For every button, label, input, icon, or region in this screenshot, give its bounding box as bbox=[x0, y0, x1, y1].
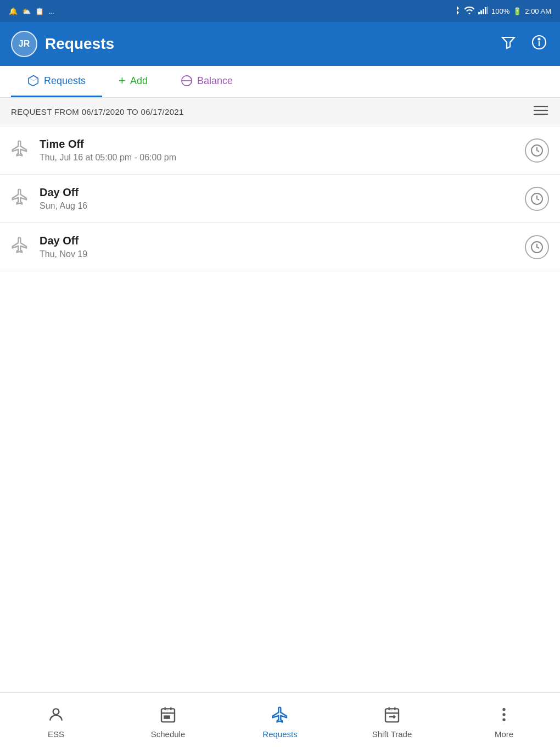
airplane-icon bbox=[11, 236, 29, 258]
filter-button[interactable] bbox=[499, 32, 518, 56]
request-content: Time Off Thu, Jul 16 at 05:00 pm - 06:00… bbox=[40, 138, 525, 163]
page-title: Requests bbox=[45, 35, 114, 53]
request-detail: Thu, Jul 16 at 05:00 pm - 06:00 pm bbox=[40, 153, 525, 163]
tab-balance-label: Balance bbox=[197, 75, 233, 87]
avatar[interactable]: JR bbox=[11, 31, 37, 57]
svg-point-28 bbox=[502, 713, 505, 716]
svg-rect-4 bbox=[487, 7, 488, 14]
battery-icon: 🔋 bbox=[513, 7, 522, 15]
weather-icon: ⛅ bbox=[22, 7, 31, 15]
status-left: 🔔 ⛅ 📋 ... bbox=[9, 7, 54, 15]
header-actions bbox=[499, 32, 549, 56]
svg-rect-17 bbox=[161, 709, 175, 722]
tab-requests[interactable]: Requests bbox=[11, 66, 102, 97]
time-display: 2:00 AM bbox=[525, 7, 551, 15]
svg-rect-1 bbox=[480, 10, 482, 14]
status-right: 100% 🔋 2:00 AM bbox=[453, 5, 551, 17]
filter-row: REQUEST FROM 06/17/2020 TO 06/17/2021 bbox=[0, 98, 560, 126]
request-detail: Thu, Nov 19 bbox=[40, 249, 525, 259]
airplane-icon bbox=[11, 188, 29, 209]
svg-point-29 bbox=[502, 718, 505, 721]
nav-item-ess[interactable]: ESS bbox=[0, 693, 112, 747]
request-content: Day Off Thu, Nov 19 bbox=[40, 235, 525, 259]
nav-shift-trade-label: Shift Trade bbox=[372, 729, 412, 739]
battery-label: 100% bbox=[491, 7, 509, 15]
airplane-icon bbox=[11, 140, 29, 161]
shift-calendar-icon bbox=[383, 706, 401, 726]
svg-point-8 bbox=[539, 38, 540, 40]
nav-item-schedule[interactable]: Schedule bbox=[112, 693, 224, 747]
wifi-icon bbox=[464, 7, 475, 16]
nav-requests-label: Requests bbox=[262, 729, 297, 739]
app-header: JR Requests bbox=[0, 22, 560, 66]
svg-rect-23 bbox=[385, 709, 399, 722]
request-status-icon bbox=[525, 235, 549, 259]
dots-icon bbox=[495, 706, 513, 726]
tab-balance[interactable]: Balance bbox=[164, 66, 249, 97]
calendar-icon bbox=[159, 706, 177, 726]
request-content: Day Off Sun, Aug 16 bbox=[40, 186, 525, 211]
request-status-icon bbox=[525, 187, 549, 211]
nav-item-requests[interactable]: Requests bbox=[224, 693, 336, 747]
clipboard-icon: 📋 bbox=[35, 7, 44, 15]
filter-date-range: REQUEST FROM 06/17/2020 TO 06/17/2021 bbox=[11, 107, 184, 116]
tab-add[interactable]: + Add bbox=[102, 66, 164, 97]
list-item[interactable]: Time Off Thu, Jul 16 at 05:00 pm - 06:00… bbox=[0, 126, 560, 175]
request-status-icon bbox=[525, 138, 549, 163]
signal-icon bbox=[478, 7, 488, 16]
nav-schedule-label: Schedule bbox=[151, 729, 186, 739]
request-type: Day Off bbox=[40, 235, 525, 247]
svg-rect-22 bbox=[167, 716, 170, 718]
header-left: JR Requests bbox=[11, 31, 114, 57]
tab-bar: Requests + Add Balance bbox=[0, 66, 560, 98]
filter-menu-button[interactable] bbox=[533, 104, 549, 120]
status-bar: 🔔 ⛅ 📋 ... 100% 🔋 2:00 AM bbox=[0, 0, 560, 22]
list-item[interactable]: Day Off Thu, Nov 19 bbox=[0, 223, 560, 271]
nav-item-shift-trade[interactable]: Shift Trade bbox=[336, 693, 448, 747]
svg-rect-21 bbox=[164, 716, 166, 718]
svg-rect-2 bbox=[483, 9, 484, 14]
svg-rect-0 bbox=[478, 12, 480, 14]
info-button[interactable] bbox=[529, 32, 549, 56]
overflow-icon: ... bbox=[48, 7, 54, 15]
request-type: Time Off bbox=[40, 138, 525, 150]
svg-point-27 bbox=[502, 708, 505, 711]
tab-requests-label: Requests bbox=[44, 75, 86, 87]
svg-marker-5 bbox=[502, 37, 514, 48]
person-icon bbox=[47, 706, 65, 726]
bottom-nav: ESS Schedule Requests bbox=[0, 692, 560, 747]
request-type: Day Off bbox=[40, 186, 525, 199]
bluetooth-icon bbox=[453, 5, 461, 17]
nav-ess-label: ESS bbox=[48, 729, 64, 739]
tab-add-label: Add bbox=[130, 75, 148, 87]
svg-rect-3 bbox=[485, 7, 486, 14]
notification-icon: 🔔 bbox=[9, 7, 18, 15]
request-list: Time Off Thu, Jul 16 at 05:00 pm - 06:00… bbox=[0, 126, 560, 271]
airplane-nav-icon bbox=[271, 706, 289, 726]
nav-more-label: More bbox=[495, 729, 513, 739]
list-item[interactable]: Day Off Sun, Aug 16 bbox=[0, 175, 560, 223]
nav-item-more[interactable]: More bbox=[448, 693, 560, 747]
svg-point-16 bbox=[53, 709, 59, 715]
request-detail: Sun, Aug 16 bbox=[40, 201, 525, 211]
